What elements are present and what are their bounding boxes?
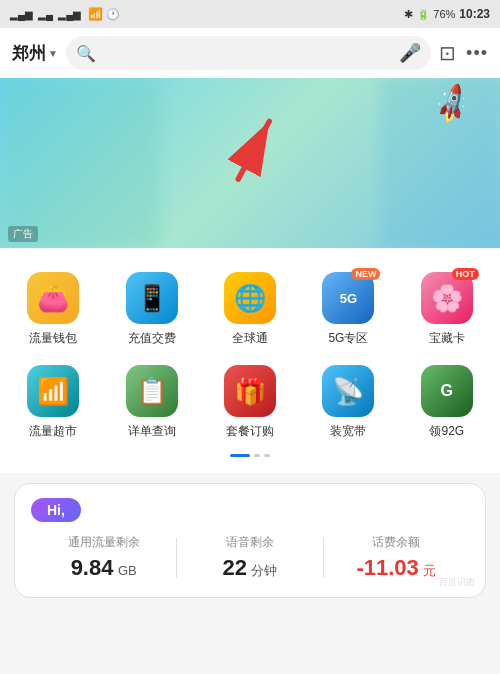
recharge-icon: 📱 [136,283,168,314]
watermark: 百度识图 [439,576,475,589]
menu-label-treasure: 宝藏卡 [429,330,465,347]
menu-item-global[interactable]: 🌐 全球通 [201,264,299,357]
scan-icon[interactable]: ⊡ [439,41,456,65]
menu-label-package: 套餐订购 [226,423,274,440]
menu-item-treasure[interactable]: 🌸 HOT 宝藏卡 [398,264,496,357]
signal-icon: ▂▄▆ [10,9,33,20]
search-bar[interactable]: 🔍 🎤 [66,36,431,70]
menu-label-5g: 5G专区 [328,330,368,347]
wallet-icon: 👛 [37,283,69,314]
global-icon-wrap: 🌐 [224,272,276,324]
battery-icon: 🔋 [417,9,429,20]
battery-percent: 76% [433,8,455,20]
nav-icons: ⊡ ••• [439,41,488,65]
global-icon: 🌐 [234,283,266,314]
package-icon: 🎁 [234,376,266,407]
flow-icon-wrap: 📶 [27,365,79,417]
menu-item-package[interactable]: 🎁 套餐订购 [201,357,299,450]
greeting-badge: Hi, [31,498,81,522]
status-right: ✱ 🔋 76% 10:23 [404,7,490,21]
tab-dot-2 [264,454,270,457]
banner[interactable]: 🚀 广告 [0,78,500,248]
stat-voice: 语音剩余 22 分钟 [177,534,322,581]
5g-icon: 5G [340,291,357,306]
menu-label-wallet: 流量钱包 [29,330,77,347]
status-bar: ▂▄▆ ▂▄ ▂▄▆ 📶 🕐 ✱ 🔋 76% 10:23 [0,0,500,28]
account-card: Hi, 通用流量剩余 9.84 GB 语音剩余 22 分钟 [14,483,486,598]
treasure-icon-wrap: 🌸 HOT [421,272,473,324]
stat-label-balance: 话费余额 [324,534,469,551]
menu-item-flow[interactable]: 📶 流量超市 [4,357,102,450]
red-arrow [226,108,286,188]
new-badge: NEW [351,268,380,280]
92g-icon: G [441,382,453,400]
status-left: ▂▄▆ ▂▄ ▂▄▆ 📶 🕐 [10,7,120,21]
menu-label-global: 全球通 [232,330,268,347]
menu-item-detail[interactable]: 📋 详单查询 [102,357,200,450]
stat-balance: 话费余额 -11.03 元 [324,534,469,581]
chevron-down-icon: ▼ [48,48,58,59]
menu-label-recharge: 充值交费 [128,330,176,347]
nav-bar: 郑州 ▼ 🔍 🎤 ⊡ ••• [0,28,500,78]
stat-label-data: 通用流量剩余 [31,534,176,551]
location-button[interactable]: 郑州 ▼ [12,42,58,65]
account-stats: 通用流量剩余 9.84 GB 语音剩余 22 分钟 话费余额 [31,534,469,581]
tab-dot-1 [254,454,260,457]
stat-data: 通用流量剩余 9.84 GB [31,534,176,581]
svg-line-1 [238,121,269,179]
treasure-icon: 🌸 [431,283,463,314]
menu-section: 👛 流量钱包 📱 充值交费 🌐 全球通 5G NEW 5G专区 [0,248,500,473]
menu-label-detail: 详单查询 [128,423,176,440]
stat-label-voice: 语音剩余 [177,534,322,551]
hot-badge: HOT [452,268,479,280]
banner-blur-left [0,78,160,248]
5g-icon-wrap: 5G NEW [322,272,374,324]
menu-grid-row2: 📶 流量超市 📋 详单查询 🎁 套餐订购 📡 装宽带 [0,357,500,450]
clock-icon: 🕐 [106,8,120,21]
menu-item-recharge[interactable]: 📱 充值交费 [102,264,200,357]
wallet-icon-wrap: 👛 [27,272,79,324]
menu-label-broadband: 装宽带 [330,423,366,440]
bluetooth-icon: ✱ [404,8,413,21]
voice-icon[interactable]: 🎤 [399,42,421,64]
detail-icon: 📋 [136,376,168,407]
broadband-icon-wrap: 📡 [322,365,374,417]
account-section: Hi, 通用流量剩余 9.84 GB 语音剩余 22 分钟 [0,473,500,612]
recharge-icon-wrap: 📱 [126,272,178,324]
tab-dot-active [230,454,250,457]
location-label: 郑州 [12,42,46,65]
flow-icon: 📶 [37,376,69,407]
detail-icon-wrap: 📋 [126,365,178,417]
stat-value-voice: 22 分钟 [177,555,322,581]
package-icon-wrap: 🎁 [224,365,276,417]
92g-icon-wrap: G [421,365,473,417]
more-icon[interactable]: ••• [466,43,488,64]
wifi-icon: 📶 [88,7,103,21]
menu-item-5g[interactable]: 5G NEW 5G专区 [299,264,397,357]
search-icon: 🔍 [76,44,96,63]
menu-label-flow: 流量超市 [29,423,77,440]
signal2-icon: ▂▄ [38,9,53,20]
menu-label-92g: 领92G [429,423,464,440]
ad-label: 广告 [8,226,38,242]
time-display: 10:23 [459,7,490,21]
signal3-icon: ▂▄▆ [58,9,81,20]
broadband-icon: 📡 [332,376,364,407]
menu-item-wallet[interactable]: 👛 流量钱包 [4,264,102,357]
stat-value-data: 9.84 GB [31,555,176,581]
menu-grid-row1: 👛 流量钱包 📱 充值交费 🌐 全球通 5G NEW 5G专区 [0,264,500,357]
tab-indicator [0,450,500,465]
menu-item-92g[interactable]: G 领92G [398,357,496,450]
menu-item-broadband[interactable]: 📡 装宽带 [299,357,397,450]
